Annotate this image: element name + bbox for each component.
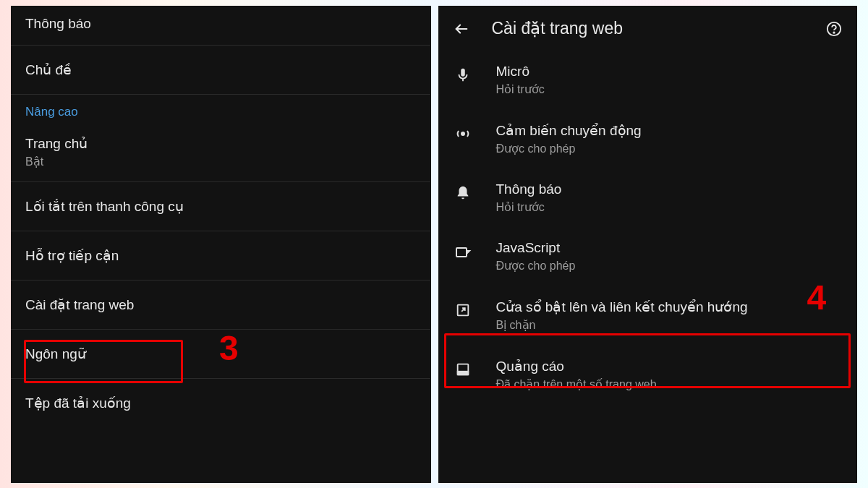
row-label: Thông báo xyxy=(25,16,416,32)
help-icon xyxy=(826,21,842,37)
row-label: Hỗ trợ tiếp cận xyxy=(25,247,416,264)
row-javascript[interactable]: JavaScript Được cho phép xyxy=(438,227,858,286)
bell-icon xyxy=(453,183,473,203)
row-toolbar-shortcut[interactable]: Lối tắt trên thanh công cụ xyxy=(11,182,430,231)
row-label: Cửa sổ bật lên và liên kết chuyển hướng xyxy=(496,299,843,315)
site-settings-panel: Cài đặt trang web Micrô Hỏi trước Cảm bi… xyxy=(438,6,858,483)
popup-icon xyxy=(453,300,473,320)
row-downloads[interactable]: Tệp đã tải xuống xyxy=(11,379,430,419)
row-notifications[interactable]: Thông báo xyxy=(11,6,430,46)
row-site-settings[interactable]: Cài đặt trang web xyxy=(11,281,430,330)
section-advanced-label: Nâng cao xyxy=(11,95,430,127)
row-label: Cài đặt trang web xyxy=(25,296,416,313)
row-label: Chủ đề xyxy=(25,61,416,78)
svg-rect-7 xyxy=(457,371,468,374)
svg-point-2 xyxy=(833,32,834,33)
row-label: Cảm biến chuyển động xyxy=(496,122,843,139)
row-label: Ngôn ngữ xyxy=(25,346,416,362)
row-theme[interactable]: Chủ đề xyxy=(11,46,430,95)
row-accessibility[interactable]: Hỗ trợ tiếp cận xyxy=(11,231,430,281)
arrow-left-icon xyxy=(454,21,469,37)
row-ads[interactable]: Quảng cáo Đã chặn trên một số trang web xyxy=(438,345,858,404)
row-label: Micrô xyxy=(496,64,843,80)
row-sublabel: Hỏi trước xyxy=(496,82,843,96)
row-sublabel: Được cho phép xyxy=(496,142,843,155)
motion-sensor-icon xyxy=(453,124,473,144)
back-button[interactable] xyxy=(451,19,472,39)
javascript-icon xyxy=(453,241,473,262)
svg-rect-4 xyxy=(456,248,467,257)
row-label: Quảng cáo xyxy=(496,358,843,374)
row-sublabel: Bật xyxy=(25,155,416,168)
settings-panel-left: Thông báo Chủ đề Nâng cao Trang chủ Bật … xyxy=(11,6,431,483)
row-sublabel: Hỏi trước xyxy=(496,200,843,214)
row-label: Thông báo xyxy=(496,181,843,197)
row-sublabel: Được cho phép xyxy=(496,259,843,273)
mic-icon xyxy=(453,65,473,85)
help-button[interactable] xyxy=(824,19,844,39)
row-language[interactable]: Ngôn ngữ xyxy=(11,330,430,379)
row-motion-sensors[interactable]: Cảm biến chuyển động Được cho phép xyxy=(438,109,858,168)
row-home[interactable]: Trang chủ Bật xyxy=(11,127,430,182)
row-sublabel: Bị chặn xyxy=(496,318,843,332)
row-popups-redirects[interactable]: Cửa sổ bật lên và liên kết chuyển hướng … xyxy=(438,286,858,345)
row-label: Trang chủ xyxy=(25,135,416,152)
page-title: Cài đặt trang web xyxy=(492,19,825,38)
row-sublabel: Đã chặn trên một số trang web xyxy=(496,377,843,391)
row-label: Tệp đã tải xuống xyxy=(25,395,416,411)
row-label: JavaScript xyxy=(496,240,843,256)
row-microphone[interactable]: Micrô Hỏi trước xyxy=(438,51,858,109)
row-label: Lối tắt trên thanh công cụ xyxy=(25,198,416,215)
svg-point-3 xyxy=(461,132,464,135)
row-notifications[interactable]: Thông báo Hỏi trước xyxy=(438,168,858,227)
ads-icon xyxy=(453,359,473,380)
header: Cài đặt trang web xyxy=(438,6,858,51)
